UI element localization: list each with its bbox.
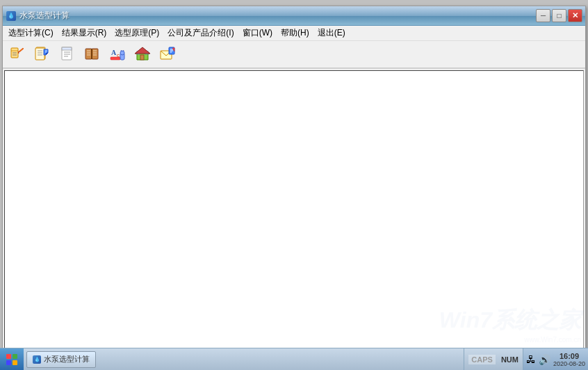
menu-company[interactable]: 公司及产品介绍(I) (163, 26, 238, 40)
titlebar-left: 💧 水泵选型计算 (6, 10, 70, 22)
toolbar-mail-button[interactable] (156, 42, 179, 66)
watermark-logo: Win7系统之家 (439, 305, 581, 336)
titlebar-controls: ─ □ ✕ (536, 9, 582, 22)
svg-rect-50 (13, 360, 17, 365)
toolbar-house-button[interactable] (131, 42, 154, 66)
speaker-icon: 🔊 (539, 354, 550, 365)
toolbar-page-button[interactable] (56, 42, 79, 66)
menu-window[interactable]: 窗口(W) (238, 26, 277, 40)
svg-marker-4 (19, 48, 24, 52)
windows-logo-icon (6, 353, 18, 366)
watermark-url: www.Win7.com.cn (524, 336, 581, 344)
watermark: Win7系统之家 www.Win7.com.cn (439, 305, 581, 344)
svg-rect-37 (140, 55, 144, 60)
taskbar-window-icon: 💧 (33, 355, 41, 364)
svg-marker-12 (46, 53, 48, 55)
minimize-button[interactable]: ─ (536, 9, 550, 22)
taskbar-middle: 💧 水泵选型计算 (24, 351, 464, 368)
menubar: 选型计算(C) 结果显示(R) 选型原理(P) 公司及产品介绍(I) 窗口(W)… (3, 26, 585, 41)
svg-point-33 (120, 51, 124, 55)
maximize-button[interactable]: □ (552, 9, 566, 22)
clock-date: 2020-08-20 (553, 360, 585, 367)
svg-rect-7 (35, 48, 44, 60)
book-icon (84, 46, 101, 63)
menu-calc[interactable]: 选型计算(C) (4, 26, 58, 40)
toolbar-report-button[interactable] (31, 42, 54, 66)
report-icon (34, 46, 51, 63)
mail-icon (159, 46, 176, 63)
svg-rect-31 (111, 57, 120, 60)
window-icon: 💧 (6, 10, 17, 22)
toolbar-font-button[interactable]: A c (106, 42, 129, 66)
num-indicator: NUM (501, 355, 518, 364)
clock-time: 16:09 (560, 352, 579, 360)
svg-rect-20 (85, 49, 92, 59)
svg-rect-16 (62, 47, 72, 50)
taskbar-window-label: 水泵选型计算 (44, 354, 90, 364)
taskbar: 💧 水泵选型计算 CAPS NUM 🖧 🔊 16:09 2020-08-20 (0, 348, 588, 370)
svg-marker-40 (135, 47, 150, 54)
pencil-icon (9, 46, 26, 63)
network-icon: 🖧 (526, 354, 536, 365)
toolbar-calculate-button[interactable] (6, 42, 29, 66)
page-icon (59, 46, 76, 63)
menu-result[interactable]: 结果显示(R) (58, 26, 111, 40)
taskbar-status-area: CAPS NUM (464, 348, 523, 370)
toolbar: A c (3, 41, 585, 69)
start-button[interactable] (0, 348, 24, 370)
menu-principle[interactable]: 选型原理(P) (111, 26, 163, 40)
svg-rect-21 (92, 49, 98, 59)
menu-help[interactable]: 帮助(H) (277, 26, 313, 40)
svg-rect-48 (13, 354, 17, 359)
menu-exit[interactable]: 退出(E) (313, 26, 350, 40)
svg-rect-47 (6, 354, 11, 359)
titlebar: 💧 水泵选型计算 ─ □ ✕ (3, 6, 585, 26)
house-icon (134, 46, 151, 63)
window-title: 水泵选型计算 (19, 10, 70, 22)
svg-text:A: A (111, 49, 117, 56)
taskbar-window-button[interactable]: 💧 水泵选型计算 (26, 351, 96, 368)
close-button[interactable]: ✕ (568, 9, 582, 22)
svg-rect-49 (6, 360, 11, 365)
clock: 16:09 2020-08-20 (553, 352, 585, 367)
system-tray: 🖧 🔊 16:09 2020-08-20 (523, 348, 588, 370)
font-icon: A c (109, 46, 126, 63)
toolbar-book-button[interactable] (81, 42, 104, 66)
caps-indicator: CAPS (468, 355, 496, 364)
